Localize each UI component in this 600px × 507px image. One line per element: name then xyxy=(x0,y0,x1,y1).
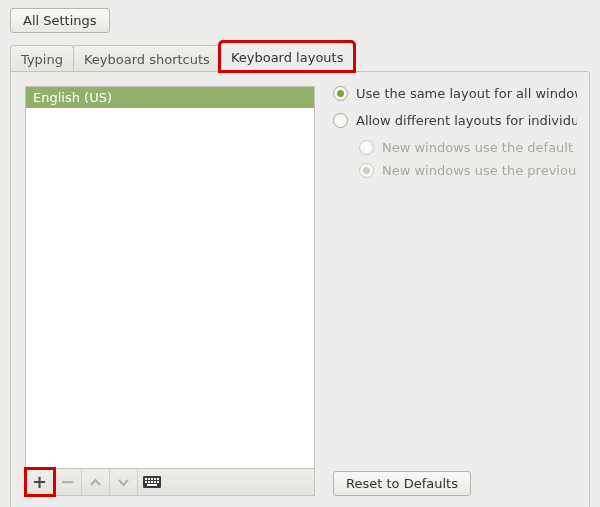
reset-defaults-button[interactable]: Reset to Defaults xyxy=(333,471,471,496)
svg-rect-5 xyxy=(157,478,159,480)
layout-toolbar: + − xyxy=(25,469,315,496)
layout-options: Use the same layout for all windows Allo… xyxy=(333,86,577,496)
option-label: Allow different layouts for individual w… xyxy=(356,113,577,128)
option-same-layout[interactable]: Use the same layout for all windows xyxy=(333,86,577,101)
layout-list-item[interactable]: English (US) xyxy=(26,87,314,108)
all-settings-button[interactable]: All Settings xyxy=(10,8,110,33)
svg-rect-1 xyxy=(145,478,147,480)
tab-typing[interactable]: Typing xyxy=(10,45,74,72)
add-layout-button[interactable]: + xyxy=(26,469,54,495)
move-up-button[interactable] xyxy=(82,469,110,495)
radio-icon xyxy=(359,163,374,178)
svg-rect-2 xyxy=(148,478,150,480)
tab-bar: Typing Keyboard shortcuts Keyboard layou… xyxy=(10,43,590,71)
keyboard-icon xyxy=(143,476,161,488)
layouts-panel: English (US) + − xyxy=(25,86,315,496)
plus-icon: + xyxy=(32,473,47,491)
radio-icon xyxy=(359,140,374,155)
svg-rect-8 xyxy=(151,481,153,483)
option-label: New windows use the previous window's la… xyxy=(382,163,577,178)
tab-content: English (US) + − xyxy=(10,71,590,507)
chevron-down-icon xyxy=(118,478,129,487)
svg-rect-4 xyxy=(154,478,156,480)
option-label: Use the same layout for all windows xyxy=(356,86,577,101)
chevron-up-icon xyxy=(90,478,101,487)
svg-rect-10 xyxy=(157,481,159,483)
minus-icon: − xyxy=(60,473,75,491)
svg-rect-11 xyxy=(147,484,157,486)
move-down-button[interactable] xyxy=(110,469,138,495)
svg-rect-9 xyxy=(154,481,156,483)
radio-icon xyxy=(333,113,348,128)
top-bar: All Settings xyxy=(10,8,590,33)
option-new-previous: New windows use the previous window's la… xyxy=(359,163,577,178)
show-keyboard-button[interactable] xyxy=(138,469,166,495)
layout-list[interactable]: English (US) xyxy=(25,86,315,469)
option-label: New windows use the default layout xyxy=(382,140,577,155)
svg-rect-6 xyxy=(145,481,147,483)
tab-keyboard-shortcuts[interactable]: Keyboard shortcuts xyxy=(73,45,221,72)
radio-icon xyxy=(333,86,348,101)
svg-rect-3 xyxy=(151,478,153,480)
tab-keyboard-layouts[interactable]: Keyboard layouts xyxy=(220,42,355,71)
svg-rect-7 xyxy=(148,481,150,483)
option-new-default: New windows use the default layout xyxy=(359,140,577,155)
remove-layout-button[interactable]: − xyxy=(54,469,82,495)
option-different-layouts[interactable]: Allow different layouts for individual w… xyxy=(333,113,577,128)
